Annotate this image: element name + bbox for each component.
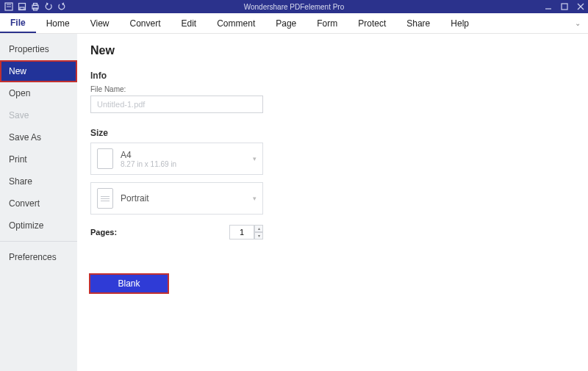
menu-comment[interactable]: Comment bbox=[207, 13, 265, 33]
menu-file[interactable]: File bbox=[0, 13, 36, 33]
sidebar-item-optimize[interactable]: Optimize bbox=[0, 215, 77, 237]
filename-input[interactable] bbox=[90, 96, 263, 113]
blank-button[interactable]: Blank bbox=[90, 275, 168, 292]
sidebar-item-open[interactable]: Open bbox=[0, 82, 77, 104]
sidebar-item-print[interactable]: Print bbox=[0, 148, 77, 170]
chevron-down-icon: ▾ bbox=[253, 155, 257, 162]
svg-rect-6 bbox=[562, 4, 567, 10]
paper-size-name: A4 bbox=[121, 150, 176, 160]
menu-home[interactable]: Home bbox=[36, 13, 80, 33]
paper-size-dropdown[interactable]: A4 8.27 in x 11.69 in ▾ bbox=[90, 143, 263, 175]
pages-label: Pages: bbox=[90, 228, 117, 237]
info-section-label: Info bbox=[90, 71, 575, 81]
maximize-icon[interactable] bbox=[560, 2, 569, 11]
menu-protect[interactable]: Protect bbox=[348, 13, 396, 33]
orientation-name: Portrait bbox=[121, 193, 149, 203]
pages-decrement[interactable]: ▾ bbox=[254, 232, 263, 239]
sidebar-divider bbox=[0, 241, 77, 242]
filename-label: File Name: bbox=[90, 85, 575, 93]
orientation-icon bbox=[97, 188, 113, 209]
svg-rect-4 bbox=[34, 4, 37, 6]
sidebar-item-preferences[interactable]: Preferences bbox=[0, 246, 77, 268]
redo-icon[interactable] bbox=[57, 2, 66, 11]
sidebar-item-convert[interactable]: Convert bbox=[0, 192, 77, 215]
minimize-icon[interactable] bbox=[544, 2, 553, 11]
menu-page[interactable]: Page bbox=[265, 13, 306, 33]
size-section-label: Size bbox=[90, 128, 575, 138]
sidebar-item-share[interactable]: Share bbox=[0, 170, 77, 192]
page-title: New bbox=[90, 44, 575, 57]
print-icon[interactable] bbox=[31, 2, 40, 11]
menu-convert[interactable]: Convert bbox=[119, 13, 171, 33]
sidebar-item-new[interactable]: New bbox=[0, 60, 77, 82]
paper-size-dims: 8.27 in x 11.69 in bbox=[121, 160, 176, 168]
file-sidebar: Properties New Open Save Save As Print S… bbox=[0, 34, 77, 371]
sidebar-item-save: Save bbox=[0, 104, 77, 126]
pages-stepper[interactable]: ▴ ▾ bbox=[229, 225, 263, 239]
pages-increment[interactable]: ▴ bbox=[254, 225, 263, 232]
undo-icon[interactable] bbox=[44, 2, 53, 11]
svg-rect-2 bbox=[20, 7, 24, 10]
menu-share[interactable]: Share bbox=[396, 13, 440, 33]
menu-help[interactable]: Help bbox=[440, 13, 479, 33]
menubar: File Home View Convert Edit Comment Page… bbox=[0, 13, 588, 34]
save-icon[interactable] bbox=[18, 2, 26, 11]
sidebar-item-save-as[interactable]: Save As bbox=[0, 126, 77, 148]
titlebar: Wondershare PDFelement Pro bbox=[0, 0, 588, 13]
orientation-dropdown[interactable]: Portrait ▾ bbox=[90, 182, 263, 215]
page-icon bbox=[97, 148, 113, 169]
chevron-down-icon: ▾ bbox=[253, 195, 257, 202]
close-icon[interactable] bbox=[576, 2, 585, 11]
menu-view[interactable]: View bbox=[80, 13, 120, 33]
main-panel: New Info File Name: Size A4 8.27 in x 11… bbox=[77, 34, 588, 371]
app-title: Wondershare PDFelement Pro bbox=[0, 3, 588, 11]
menu-form[interactable]: Form bbox=[306, 13, 348, 33]
sidebar-item-properties[interactable]: Properties bbox=[0, 38, 77, 60]
app-logo-icon bbox=[4, 2, 13, 11]
menu-edit[interactable]: Edit bbox=[171, 13, 207, 33]
pages-input[interactable] bbox=[229, 225, 254, 239]
ribbon-collapse-icon[interactable]: ⌄ bbox=[575, 19, 581, 27]
